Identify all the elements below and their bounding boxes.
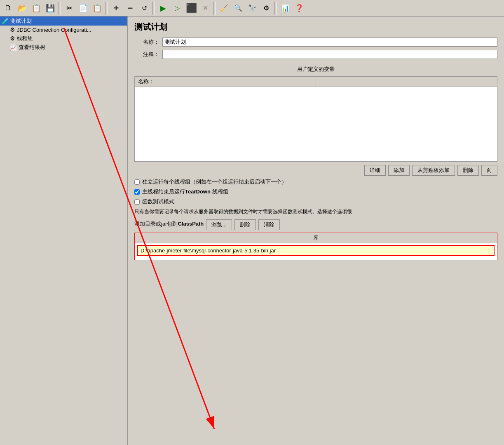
help-button[interactable]: ❓ [293,2,306,15]
toolbar-separator-5 [274,2,277,15]
classpath-section: 添加目录或jar包到ClassPath 浏览... 删除 清除 库 D:\apa… [134,219,497,260]
col-name: 名称： [135,77,316,87]
start-button[interactable]: ▶ [157,2,170,15]
tree-item-thread-group[interactable]: ⚙ 线程组 [8,34,127,43]
add-button[interactable]: + [110,2,123,15]
lib-table: 库 D:\apache-jmeter-file\mysql-connector-… [134,233,497,260]
up-button[interactable]: 向 [481,165,497,176]
remove-button[interactable]: − [124,2,137,15]
tree-children: ⚙ JDBC Connection Configurati... ⚙ 线程组 📈… [0,26,127,52]
new-button[interactable]: 🗋 [2,2,15,15]
paste-button[interactable]: 📋 [91,2,104,15]
tree-item-test-plan[interactable]: 🧪 测试计划 [0,16,127,26]
variables-table-body [135,87,497,161]
add-from-clipboard-button[interactable]: 从剪贴板添加 [412,165,455,176]
template-button[interactable]: 📊 [279,2,292,15]
variables-buttons: 详细 添加 从剪贴板添加 删除 向 [134,165,497,176]
reset-button[interactable]: ↺ [138,2,151,15]
browse-button[interactable]: 浏览... [206,219,232,230]
user-variables-title: 用户定义的变量 [134,64,497,75]
panel-title: 测试计划 [134,21,497,33]
variables-table: 名称： [134,76,497,162]
options-button[interactable]: ⚙ [260,2,273,15]
thread-group-icon: ⚙ [10,35,15,42]
cut-button[interactable]: ✂ [63,2,76,15]
main-layout: 🧪 测试计划 ⚙ JDBC Connection Configurati... … [0,16,504,445]
test-plan-label: 测试计划 [10,17,32,25]
stop-button[interactable]: ⬛ [185,2,198,15]
functional-checkbox-row: 函数测试模式 [134,198,497,205]
independent-checkbox-row: 独立运行每个线程组（例如在一个组运行结束后启动下一个） [134,178,497,186]
detail-button[interactable]: 详细 [364,165,386,176]
left-panel: 🧪 测试计划 ⚙ JDBC Connection Configurati... … [0,16,128,445]
teardown-checkbox-row: 主线程结束后运行TearDown 线程组 [134,188,497,195]
lib-table-header: 库 [135,233,497,243]
save-as-button[interactable]: 📋 [30,2,43,15]
clear-lib-button[interactable]: 清除 [258,219,280,230]
jdbc-icon: ⚙ [10,26,15,33]
lib-col-header: 库 [135,233,497,243]
functional-checkbox[interactable] [134,199,140,205]
name-input[interactable] [162,38,497,47]
classpath-row: 添加目录或jar包到ClassPath 浏览... 删除 清除 [134,219,497,230]
comment-input[interactable] [162,50,497,59]
toolbar: 🗋 📂 📋 💾 ✂ 📄 📋 + − ↺ ▶ ▷ ⬛ ✕ 🧹 🔍 🔭 ⚙ 📊 ❓ [0,0,504,16]
copy-button[interactable]: 📄 [77,2,90,15]
shutdown-button[interactable]: ✕ [199,2,212,15]
start-no-pause-button[interactable]: ▷ [171,2,184,15]
thread-group-label: 线程组 [17,35,33,42]
add-var-button[interactable]: 添加 [388,165,410,176]
tree-item-jdbc[interactable]: ⚙ JDBC Connection Configurati... [8,26,127,34]
name-label: 名称： [134,38,159,46]
lib-path: D:\apache-jmeter-file\mysql-connector-ja… [137,245,495,256]
remote-start-button[interactable]: 🔭 [246,2,259,15]
toolbar-separator-3 [152,2,155,15]
functional-label: 函数测试模式 [142,198,174,205]
view-results-icon: 📈 [10,44,17,51]
right-panel: 测试计划 名称： 注释： 用户定义的变量 名称： 详细 添加 从剪贴板添加 删除… [128,16,504,445]
tree-item-view-results[interactable]: 📈 查看结果树 [8,43,127,52]
note-text: 只有当你需要记录每个请求从服务器取得的数据到文件时才需要选择函数测试模式。选择这… [134,208,497,215]
view-results-label: 查看结果树 [19,44,45,51]
delete-var-button[interactable]: 删除 [457,165,479,176]
test-plan-icon: 🧪 [2,18,9,24]
comment-label: 注释： [134,51,159,58]
lib-table-body: D:\apache-jmeter-file\mysql-connector-ja… [135,243,497,260]
independent-label: 独立运行每个线程组（例如在一个组运行结束后启动下一个） [142,178,287,186]
comment-row: 注释： [134,50,497,59]
toolbar-separator-2 [105,2,108,15]
toolbar-separator-4 [213,2,216,15]
teardown-label: 主线程结束后运行TearDown 线程组 [142,188,228,195]
jdbc-label: JDBC Connection Configurati... [17,27,91,33]
open-button[interactable]: 📂 [16,2,29,15]
variables-table-header: 名称： [135,77,497,87]
delete-lib-button[interactable]: 删除 [234,219,256,230]
name-row: 名称： [134,38,497,47]
classpath-label: 添加目录或jar包到ClassPath [134,220,204,228]
clear-button[interactable]: 🧹 [218,2,231,15]
toolbar-separator-1 [59,2,61,15]
search-button[interactable]: 🔍 [232,2,245,15]
teardown-checkbox[interactable] [134,189,140,195]
col-value [316,77,497,87]
independent-checkbox[interactable] [134,179,140,185]
save-button[interactable]: 💾 [44,2,57,15]
